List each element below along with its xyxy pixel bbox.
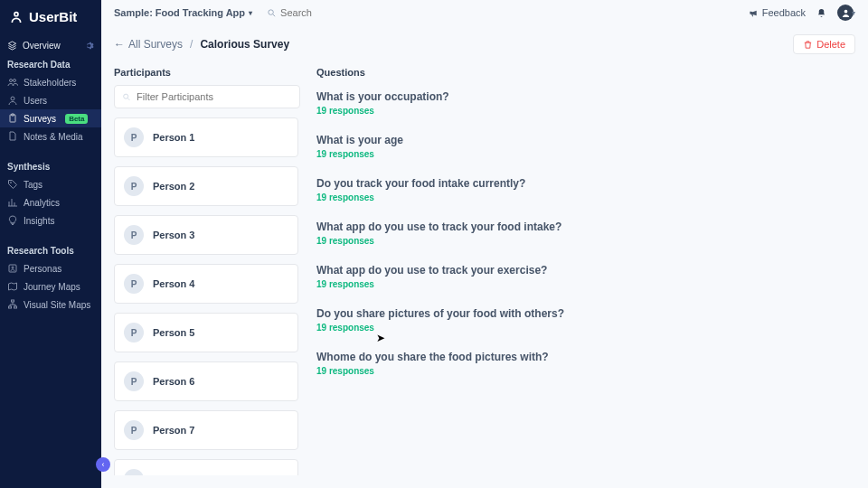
avatar: P bbox=[124, 176, 144, 196]
chevron-down-icon: ▾ bbox=[852, 9, 855, 17]
bell-icon[interactable] bbox=[816, 8, 826, 18]
question-item[interactable]: What is your occupation?19 responses bbox=[316, 85, 855, 128]
question-item[interactable]: What is your age19 responses bbox=[316, 128, 855, 172]
sidebar-item-personas[interactable]: Personas bbox=[0, 259, 101, 277]
layers-icon bbox=[7, 41, 17, 51]
question-item[interactable]: Do you track your food intake currently?… bbox=[316, 172, 855, 215]
megaphone-icon bbox=[749, 8, 759, 18]
sidebar-item-label: Surveys bbox=[24, 114, 56, 124]
sidebar-item-label: Journey Maps bbox=[24, 282, 80, 292]
avatar: P bbox=[124, 127, 144, 147]
question-text: What is your occupation? bbox=[316, 90, 855, 103]
delete-button[interactable]: Delete bbox=[793, 34, 855, 54]
sidebar-item-surveys[interactable]: SurveysBeta bbox=[0, 109, 101, 127]
avatar: P bbox=[124, 274, 144, 294]
breadcrumb-back[interactable]: ← All Surveys bbox=[114, 38, 183, 51]
sidebar-item-label: Notes & Media bbox=[24, 132, 83, 142]
question-item[interactable]: What app do you use to track your exerci… bbox=[316, 258, 855, 302]
questions-column: Questions What is your occupation?19 res… bbox=[316, 63, 855, 475]
chart-icon bbox=[7, 197, 18, 208]
participants-header: Participants bbox=[114, 63, 300, 85]
question-text: What app do you use to track your food i… bbox=[316, 221, 855, 233]
participant-card[interactable]: PPerson 4 bbox=[114, 264, 298, 304]
participant-name: Person 7 bbox=[153, 425, 194, 436]
sidebar-item-label: Personas bbox=[24, 264, 61, 274]
breadcrumb-back-label: All Surveys bbox=[128, 38, 183, 51]
question-text: What is your age bbox=[316, 134, 855, 146]
question-responses: 19 responses bbox=[316, 236, 855, 246]
sidebar-section-title: Research Tools bbox=[0, 240, 101, 259]
participant-card[interactable]: PPerson 8 bbox=[114, 459, 298, 475]
sidebar-item-visual-site-maps[interactable]: Visual Site Maps bbox=[0, 296, 101, 314]
participant-card[interactable]: PPerson 6 bbox=[114, 361, 298, 401]
sidebar-item-journey-maps[interactable]: Journey Maps bbox=[0, 277, 101, 296]
participant-card[interactable]: PPerson 5 bbox=[114, 313, 298, 352]
sidebar-item-label: Visual Site Maps bbox=[24, 300, 90, 310]
participant-name: Person 1 bbox=[153, 132, 194, 143]
participants-column: Participants PPerson 1PPerson 2PPerson 3… bbox=[114, 63, 300, 475]
project-name-label: Sample: Food Tracking App bbox=[114, 7, 245, 18]
collapse-sidebar-button[interactable]: ‹ bbox=[96, 457, 110, 472]
question-responses: 19 responses bbox=[316, 323, 855, 333]
question-item[interactable]: Whome do you share the food pictures wit… bbox=[316, 345, 855, 389]
question-text: Whome do you share the food pictures wit… bbox=[316, 351, 855, 363]
participant-card[interactable]: PPerson 3 bbox=[114, 215, 298, 255]
questions-list: What is your occupation?19 responsesWhat… bbox=[316, 85, 855, 475]
participant-card[interactable]: PPerson 7 bbox=[114, 410, 298, 450]
sidebar-item-overview[interactable]: Overview bbox=[0, 37, 101, 54]
question-responses: 19 responses bbox=[316, 279, 855, 289]
sidebar: UserBit Overview Research DataStakeholde… bbox=[0, 0, 101, 488]
avatar: P bbox=[124, 469, 144, 475]
svg-point-12 bbox=[269, 9, 274, 14]
question-item[interactable]: Do you share pictures of your food with … bbox=[316, 302, 855, 345]
trash-icon bbox=[803, 40, 813, 50]
feedback-button[interactable]: Feedback bbox=[749, 7, 806, 18]
delete-label: Delete bbox=[816, 39, 845, 50]
question-responses: 19 responses bbox=[316, 366, 855, 376]
sidebar-item-label: Users bbox=[24, 96, 47, 106]
search-icon bbox=[267, 8, 277, 18]
question-responses: 19 responses bbox=[316, 149, 855, 159]
sidebar-item-label: Analytics bbox=[24, 198, 60, 208]
svg-point-3 bbox=[11, 97, 14, 100]
bulb-icon bbox=[7, 215, 18, 226]
sidebar-item-analytics[interactable]: Analytics bbox=[0, 193, 101, 211]
participants-filter[interactable] bbox=[114, 85, 300, 108]
chevron-left-icon: ‹ bbox=[102, 460, 105, 469]
arrow-left-icon: ← bbox=[114, 38, 125, 51]
sidebar-item-tags[interactable]: Tags bbox=[0, 175, 101, 193]
participants-filter-input[interactable] bbox=[137, 91, 292, 102]
svg-point-13 bbox=[844, 9, 847, 13]
gear-icon[interactable] bbox=[84, 41, 94, 51]
question-item[interactable]: What app do you use to track your food i… bbox=[316, 215, 855, 258]
sidebar-item-notes-media[interactable]: Notes & Media bbox=[0, 127, 101, 145]
user-icon bbox=[7, 95, 18, 106]
avatar: P bbox=[124, 225, 144, 245]
svg-point-8 bbox=[12, 267, 14, 268]
sidebar-item-users[interactable]: Users bbox=[0, 91, 101, 109]
brand-logo[interactable]: UserBit bbox=[0, 5, 101, 37]
sidebar-item-stakeholders[interactable]: Stakeholders bbox=[0, 73, 101, 91]
main-area: Sample: Food Tracking App ▾ Feedback bbox=[101, 0, 868, 488]
participant-name: Person 4 bbox=[153, 278, 194, 289]
sidebar-section-title: Research Data bbox=[0, 54, 101, 73]
svg-rect-9 bbox=[12, 300, 14, 302]
sidebar-item-label: Stakeholders bbox=[24, 78, 76, 88]
questions-header: Questions bbox=[316, 63, 855, 85]
brand-icon bbox=[9, 10, 24, 24]
chevron-down-icon: ▾ bbox=[249, 9, 252, 17]
user-menu[interactable]: ▾ bbox=[837, 5, 855, 21]
participant-name: Person 3 bbox=[153, 230, 194, 240]
search-input[interactable] bbox=[280, 7, 405, 18]
breadcrumb-separator: / bbox=[190, 38, 193, 51]
search-icon bbox=[122, 92, 131, 102]
avatar: P bbox=[124, 323, 144, 343]
participant-card[interactable]: PPerson 2 bbox=[114, 166, 298, 206]
svg-rect-11 bbox=[14, 306, 17, 308]
question-text: Do you track your food intake currently? bbox=[316, 177, 855, 190]
sidebar-item-insights[interactable]: Insights bbox=[0, 211, 101, 230]
project-switcher[interactable]: Sample: Food Tracking App ▾ bbox=[114, 7, 252, 18]
participant-card[interactable]: PPerson 1 bbox=[114, 117, 298, 157]
global-search[interactable] bbox=[267, 7, 405, 18]
svg-point-2 bbox=[14, 80, 16, 82]
